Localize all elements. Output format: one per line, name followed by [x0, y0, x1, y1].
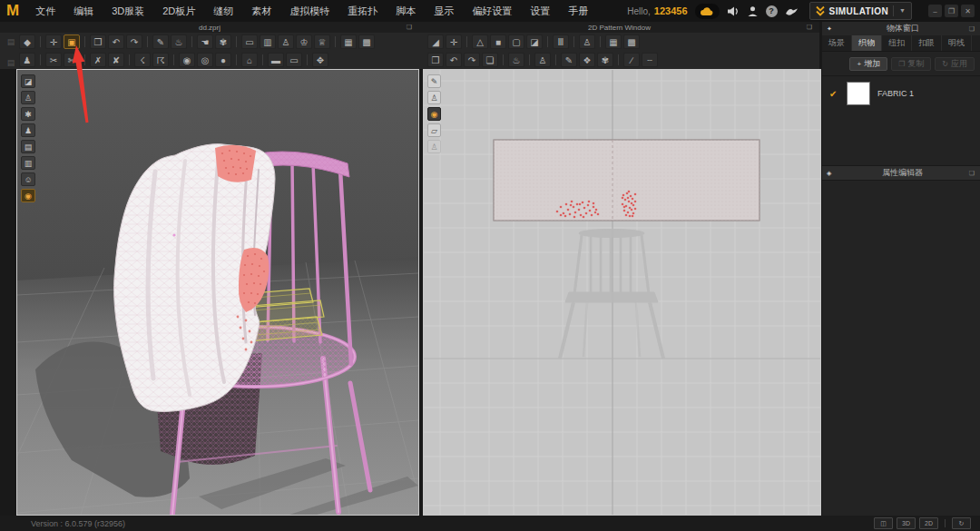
tool-2d-texture-pen[interactable]: ✎	[561, 53, 577, 67]
tool-align[interactable]: ✥	[312, 53, 328, 67]
viewport-3d[interactable]: ◪♙✱♟▤▥☺◉	[16, 69, 419, 516]
tool-2d-trace[interactable]: ♙	[579, 34, 595, 49]
tool-2d-grid-large[interactable]: ▩	[623, 34, 640, 49]
dock-panel-icon-a[interactable]: ▤	[3, 34, 19, 49]
tool-2d-check-sewing[interactable]: ❏	[482, 53, 498, 67]
help-button[interactable]: ?	[766, 5, 778, 17]
show-2d-garment[interactable]: ♙	[427, 91, 441, 104]
show-2d-pattern[interactable]: ▱	[427, 123, 441, 137]
tool-pin[interactable]: ✎	[152, 34, 169, 49]
tool-edit-sewing[interactable]: ❐	[90, 34, 106, 49]
show-textured-surface[interactable]: ◪	[21, 74, 35, 88]
show-avatar[interactable]: ♟	[21, 123, 35, 137]
tool-steam-iron[interactable]: ♨	[171, 34, 187, 49]
sync-view-button[interactable]: ↻	[952, 517, 971, 529]
close-button[interactable]: ✕	[961, 5, 975, 17]
tool-button-alt[interactable]: ◎	[197, 53, 213, 67]
menu-preferences[interactable]: 偏好设置	[463, 0, 521, 22]
tool-grid-large[interactable]: ▩	[358, 34, 375, 49]
tool-2d-mesh[interactable]: ❖	[579, 53, 595, 67]
tool-simulate[interactable]: ◆	[19, 34, 35, 49]
menu-sewing[interactable]: 缝纫	[204, 0, 242, 22]
show-mannequin[interactable]: ☺	[21, 172, 35, 186]
tool-pin-b[interactable]: ☈	[152, 53, 169, 67]
tab-scene[interactable]: 场景	[822, 35, 852, 51]
tool-2d-edit-pattern[interactable]: ✛	[446, 34, 462, 49]
minimize-button[interactable]: –	[928, 5, 942, 17]
show-2d-texture[interactable]: ◉	[427, 107, 441, 121]
show-cloth-b[interactable]: ▥	[21, 156, 35, 170]
tab-fabric[interactable]: 织物	[852, 35, 882, 51]
fabric-check-icon[interactable]: ✔	[829, 89, 839, 99]
show-garment[interactable]: ♙	[21, 91, 35, 104]
tool-2d-grid-small[interactable]: ▦	[605, 34, 622, 49]
tool-2d-line[interactable]: ∕	[623, 53, 640, 67]
tool-transform-pattern[interactable]: ▣	[64, 34, 80, 49]
tab-buttonhole[interactable]: 扣眼	[912, 35, 942, 51]
tool-2d-print[interactable]: ✾	[597, 53, 613, 67]
restore-button[interactable]: ❐	[945, 5, 958, 17]
tool-grid-small[interactable]: ▦	[340, 34, 357, 49]
split-view-button[interactable]: ◫	[874, 517, 893, 529]
simulation-button[interactable]: SIMULATION ▼	[809, 2, 912, 20]
pin-icon[interactable]: ✦	[827, 25, 832, 33]
show-environment[interactable]: ◉	[21, 189, 35, 202]
show-cloth-a[interactable]: ▤	[21, 140, 35, 153]
menu-virtual-avatar[interactable]: 虚拟模特	[280, 0, 338, 22]
object-window-popup-icon[interactable]: ❏	[969, 25, 975, 33]
fabric-list-item[interactable]: ✔ FABRIC 1	[822, 76, 980, 111]
tool-2d-transform[interactable]: ◢	[427, 34, 444, 49]
tool-2d-free-sewing[interactable]: ↷	[464, 53, 480, 67]
view-3d-button[interactable]: 3D	[897, 517, 916, 529]
simulation-dropdown[interactable]: ▼	[893, 5, 906, 16]
edit-curve-pen[interactable]: ✎	[427, 74, 441, 88]
tool-2d-rectangle[interactable]: ■	[490, 34, 506, 49]
tool-2d-edit-sewing[interactable]: ❐	[427, 53, 444, 67]
menu-display[interactable]: 显示	[425, 0, 463, 22]
tool-measure-b[interactable]: ▭	[286, 53, 302, 67]
menu-script[interactable]: 脚本	[387, 0, 425, 22]
menu-file[interactable]: 文件	[26, 0, 64, 22]
tool-scissors-b[interactable]: ✄	[64, 53, 80, 67]
tool-flatten[interactable]: ▭	[241, 34, 258, 49]
menu-retopology[interactable]: 重拓扑	[338, 0, 387, 22]
menu-2d-pattern[interactable]: 2D板片	[153, 0, 204, 22]
viewport3d-popup-icon[interactable]: ❏	[407, 24, 412, 31]
tool-arrange-down[interactable]: ♕	[314, 34, 330, 49]
menu-manual[interactable]: 手册	[559, 0, 597, 22]
account-button[interactable]	[747, 5, 759, 17]
tool-pin-a[interactable]: ☇	[134, 53, 151, 67]
community-button[interactable]	[785, 5, 799, 17]
tool-arrange-up[interactable]: ♔	[296, 34, 312, 49]
dock-panel-icon-b[interactable]: ▤	[3, 55, 19, 70]
tool-remove-b[interactable]: ✘	[108, 53, 124, 67]
tool-2d-pleats[interactable]: Ⅲ	[553, 34, 569, 49]
tool-button[interactable]: ◉	[179, 53, 195, 67]
tool-2d-circle[interactable]: ▢	[508, 34, 524, 49]
tab-button[interactable]: 纽扣	[882, 35, 912, 51]
tool-avatar-pose[interactable]: ♟	[19, 53, 35, 67]
tool-select-move[interactable]: ✛	[45, 34, 62, 49]
tool-measure-a[interactable]: ▬	[268, 53, 284, 67]
tab-topstitch[interactable]: 明线	[942, 35, 972, 51]
tool-reset-arrangement[interactable]: ♙	[278, 34, 294, 49]
speaker-button[interactable]	[727, 5, 740, 17]
viewport2d-popup-icon[interactable]: ❏	[807, 24, 812, 31]
menu-3d-garment[interactable]: 3D服装	[103, 0, 153, 22]
tool-buttonhole[interactable]: ●	[215, 53, 231, 67]
tool-2d-shirt[interactable]: ♙	[534, 53, 551, 67]
menu-edit[interactable]: 编辑	[64, 0, 103, 22]
cloud-sync-button[interactable]	[695, 4, 720, 19]
property-pin-icon[interactable]: ◈	[827, 170, 831, 177]
tool-2d-segment-sewing[interactable]: ↶	[446, 53, 462, 67]
viewport-2d[interactable]: ✎♙◉▱♙	[423, 69, 821, 516]
tool-wind[interactable]: ✾	[215, 34, 231, 49]
tool-2d-dart[interactable]: ◪	[526, 34, 543, 49]
show-simulation-mesh[interactable]: ✱	[21, 107, 35, 121]
add-button[interactable]: +增加	[849, 57, 887, 71]
menu-settings[interactable]: 设置	[521, 0, 559, 22]
tool-free-sewing[interactable]: ↷	[126, 34, 142, 49]
fabric-swatch[interactable]	[847, 82, 870, 105]
tool-2d-polygon[interactable]: △	[472, 34, 488, 49]
tool-sync-garment[interactable]: ▥	[260, 34, 276, 49]
